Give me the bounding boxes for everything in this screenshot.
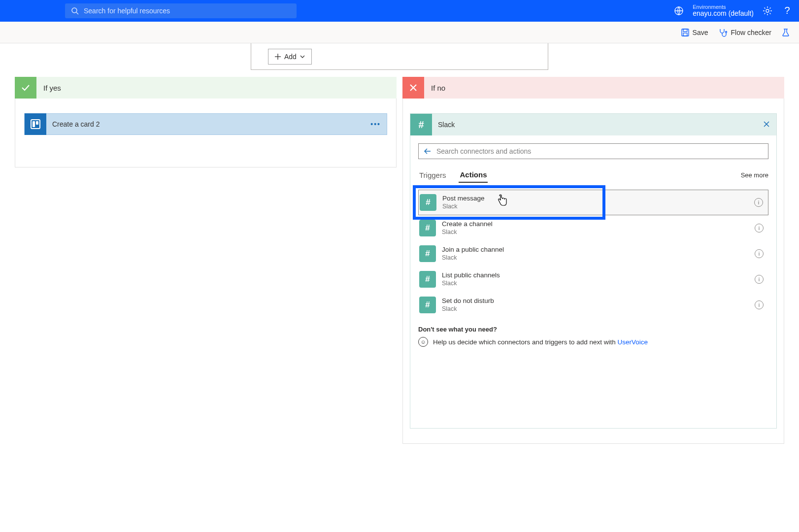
smile-icon: ☺ — [418, 337, 428, 347]
action-subtitle: Slack — [442, 203, 485, 210]
action-subtitle: Slack — [442, 254, 504, 262]
if-no-branch: If no # Slack — [402, 77, 784, 444]
info-icon[interactable]: i — [755, 275, 764, 284]
info-icon[interactable]: i — [754, 198, 763, 207]
slack-icon: # — [419, 297, 436, 313]
see-more-link[interactable]: See more — [741, 171, 768, 179]
save-button[interactable]: Save — [681, 28, 708, 37]
step-title: Create a card 2 — [52, 120, 100, 128]
add-label: Add — [284, 53, 297, 61]
action-title: Post message — [442, 195, 485, 202]
uservoice-link[interactable]: UserVoice — [617, 338, 648, 346]
flow-canvas: Add If yes Create a card 2 ••• — [0, 43, 799, 464]
svg-line-1 — [76, 12, 78, 14]
environment-picker[interactable]: Environments enayu.com (default) — [693, 4, 754, 17]
connector-picker-panel: # Slack Triggers Actions — [410, 113, 777, 429]
if-no-header: If no — [402, 77, 784, 99]
svg-rect-4 — [682, 29, 689, 36]
svg-rect-5 — [683, 29, 687, 32]
save-label: Save — [693, 29, 708, 36]
connector-search[interactable] — [418, 143, 768, 159]
svg-rect-6 — [683, 33, 687, 36]
environment-name: enayu.com (default) — [693, 10, 754, 17]
flow-checker-label: Flow checker — [731, 29, 771, 36]
svg-rect-11 — [31, 120, 40, 129]
trello-create-card-step[interactable]: Create a card 2 ••• — [24, 113, 387, 135]
action-set-do-not-disturb[interactable]: # Set do not disturb Slack i — [418, 292, 768, 318]
flow-checker-button[interactable]: Flow checker — [718, 28, 771, 37]
info-icon[interactable]: i — [755, 300, 764, 309]
environment-icon — [673, 5, 685, 17]
connector-header: # Slack — [410, 114, 776, 135]
environment-label: Environments — [693, 4, 754, 10]
check-icon — [15, 77, 36, 99]
stethoscope-icon — [718, 28, 728, 37]
action-title: Create a channel — [442, 220, 493, 228]
if-yes-header: If yes — [15, 77, 397, 99]
x-icon — [402, 77, 424, 99]
svg-rect-12 — [33, 121, 35, 127]
if-no-title: If no — [431, 84, 445, 92]
picker-tabs: Triggers Actions See more — [418, 166, 768, 184]
action-title: Join a public channel — [442, 246, 504, 254]
feedback-block: Don't see what you need? ☺ Help us decid… — [418, 326, 768, 347]
trello-icon — [25, 113, 46, 135]
slack-icon: # — [419, 220, 436, 236]
add-button[interactable]: Add — [268, 49, 312, 65]
condition-card-stub: Add — [251, 43, 548, 70]
action-create-channel[interactable]: # Create a channel Slack i — [418, 215, 768, 241]
action-list: # Post message Slack i # — [418, 190, 768, 318]
tab-actions[interactable]: Actions — [459, 167, 488, 183]
top-bar: Environments enayu.com (default) ? — [0, 0, 799, 22]
svg-rect-13 — [36, 121, 38, 125]
chevron-down-icon — [300, 54, 305, 60]
svg-point-3 — [766, 9, 769, 12]
action-title: Set do not disturb — [442, 297, 494, 305]
beaker-icon — [781, 28, 790, 37]
action-join-public-channel[interactable]: # Join a public channel Slack i — [418, 241, 768, 266]
close-icon[interactable] — [763, 120, 770, 130]
action-post-message[interactable]: # Post message Slack i — [418, 190, 768, 215]
if-yes-branch: If yes Create a card 2 ••• — [15, 77, 397, 167]
editor-toolbar: Save Flow checker — [0, 22, 799, 43]
if-yes-title: If yes — [43, 84, 61, 92]
action-list-public-channels[interactable]: # List public channels Slack i — [418, 266, 768, 292]
ellipsis-icon[interactable]: ••• — [370, 120, 381, 128]
slack-icon: # — [410, 114, 432, 135]
info-icon[interactable]: i — [755, 249, 764, 258]
svg-point-0 — [72, 8, 77, 13]
tutorial-highlight — [413, 185, 605, 220]
action-title: List public channels — [442, 271, 500, 279]
action-subtitle: Slack — [442, 280, 500, 287]
connector-search-input[interactable] — [436, 147, 763, 155]
search-icon — [71, 7, 79, 15]
svg-point-7 — [725, 31, 727, 33]
tab-triggers[interactable]: Triggers — [418, 168, 447, 182]
action-subtitle: Slack — [442, 305, 494, 313]
action-subtitle: Slack — [442, 229, 493, 236]
global-search-input[interactable] — [84, 7, 291, 15]
help-icon[interactable]: ? — [781, 5, 793, 17]
slack-icon: # — [419, 245, 436, 262]
slack-icon: # — [419, 271, 436, 288]
cursor-icon — [497, 194, 507, 207]
connector-title: Slack — [438, 121, 455, 129]
info-icon[interactable]: i — [755, 224, 764, 233]
plus-icon — [274, 53, 281, 60]
global-search[interactable] — [65, 3, 297, 18]
settings-icon[interactable] — [762, 5, 773, 17]
save-icon — [681, 28, 690, 37]
test-button[interactable] — [781, 28, 790, 37]
feedback-title: Don't see what you need? — [418, 326, 768, 333]
slack-icon: # — [420, 194, 436, 211]
feedback-text: Help us decide which connectors and trig… — [433, 338, 648, 346]
arrow-left-icon[interactable] — [424, 147, 432, 155]
